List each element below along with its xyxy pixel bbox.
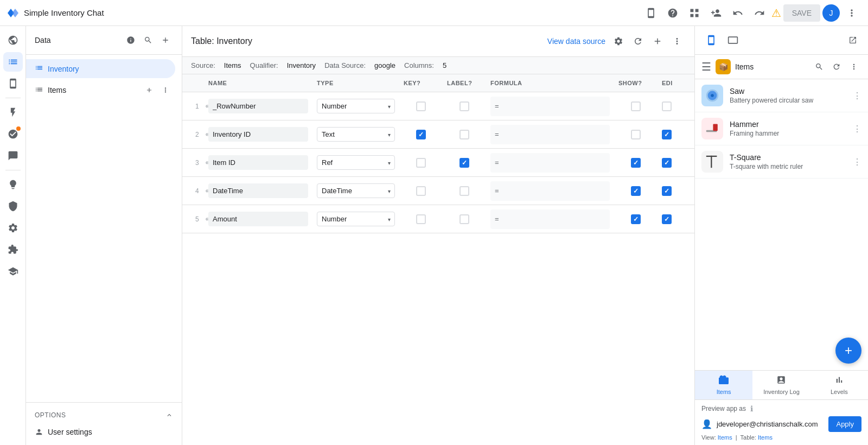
table-more-btn[interactable] bbox=[668, 33, 686, 50]
label-checkbox-2[interactable] bbox=[459, 130, 469, 139]
key-checkbox-4[interactable] bbox=[416, 186, 426, 196]
col-label-2[interactable] bbox=[443, 130, 486, 139]
col-name-4[interactable] bbox=[204, 183, 312, 198]
preview-item-hammer[interactable]: Hammer Framing hammer ⋮ bbox=[695, 112, 868, 145]
preview-add-fab[interactable]: + bbox=[835, 338, 861, 364]
col-key-3[interactable] bbox=[399, 158, 443, 168]
user-settings-item[interactable]: User settings bbox=[26, 423, 182, 441]
preview-menu-icon[interactable]: ☰ bbox=[701, 60, 711, 73]
add-person-btn[interactable] bbox=[706, 3, 726, 23]
col-type-select-5[interactable]: Number bbox=[317, 212, 395, 226]
table-add-col-btn[interactable] bbox=[649, 33, 666, 50]
nav-extensions-btn[interactable] bbox=[3, 240, 23, 259]
hammer-more-btn[interactable]: ⋮ bbox=[853, 124, 861, 134]
undo-btn[interactable] bbox=[728, 3, 748, 23]
preview-tab-levels[interactable]: Levels bbox=[810, 371, 868, 399]
col-label-3[interactable] bbox=[443, 158, 486, 168]
col-type-select-4[interactable]: DateTime bbox=[317, 183, 395, 198]
col-label-1[interactable] bbox=[443, 101, 486, 111]
edit-checkbox-3[interactable] bbox=[662, 158, 672, 168]
preview-search-btn[interactable] bbox=[812, 59, 827, 74]
show-checkbox-1[interactable] bbox=[631, 101, 641, 111]
nav-connections-btn[interactable] bbox=[3, 30, 23, 50]
col-key-4[interactable] bbox=[399, 186, 443, 196]
show-checkbox-3[interactable] bbox=[631, 158, 641, 168]
label-checkbox-1[interactable] bbox=[459, 101, 469, 111]
col-key-5[interactable] bbox=[399, 214, 443, 224]
col-name-input-3[interactable] bbox=[208, 155, 308, 170]
col-name-input-2[interactable] bbox=[208, 127, 308, 142]
tsquare-more-btn[interactable]: ⋮ bbox=[853, 157, 861, 167]
preview-tab-inventory-log[interactable]: Inventory Log bbox=[752, 371, 810, 399]
more-options-btn[interactable] bbox=[842, 3, 861, 23]
view-value-link[interactable]: Items bbox=[718, 434, 732, 441]
col-edit-4[interactable] bbox=[658, 186, 690, 196]
options-header[interactable]: oPTIONS bbox=[26, 407, 182, 423]
col-show-3[interactable] bbox=[614, 158, 658, 168]
col-label-4[interactable] bbox=[443, 186, 486, 196]
col-type-select-2[interactable]: Text bbox=[317, 127, 395, 142]
nav-security-btn[interactable] bbox=[3, 196, 23, 216]
sidebar-item-inventory[interactable]: Inventory bbox=[26, 59, 175, 78]
key-checkbox-5[interactable] bbox=[416, 214, 426, 224]
sidebar-item-items[interactable]: Items bbox=[26, 78, 182, 102]
preview-refresh-btn[interactable] bbox=[829, 59, 844, 74]
key-checkbox-1[interactable] bbox=[416, 101, 426, 111]
label-checkbox-3[interactable] bbox=[459, 158, 469, 168]
saw-more-btn[interactable]: ⋮ bbox=[853, 91, 861, 101]
sidebar-items-more-btn[interactable] bbox=[158, 82, 173, 98]
col-edit-5[interactable] bbox=[658, 214, 690, 224]
help-btn[interactable] bbox=[663, 3, 682, 23]
preview-item-saw[interactable]: Saw Battery powered circular saw ⋮ bbox=[695, 79, 868, 112]
col-show-1[interactable] bbox=[614, 101, 658, 111]
nav-ideas-btn[interactable] bbox=[3, 175, 23, 194]
col-name-input-1[interactable] bbox=[208, 99, 308, 113]
col-type-2[interactable]: Text bbox=[312, 127, 399, 142]
col-name-5[interactable] bbox=[204, 212, 312, 226]
sidebar-info-btn[interactable] bbox=[123, 33, 138, 48]
col-show-4[interactable] bbox=[614, 186, 658, 196]
show-checkbox-2[interactable] bbox=[631, 130, 641, 139]
edit-checkbox-1[interactable] bbox=[662, 101, 672, 111]
col-edit-3[interactable] bbox=[658, 158, 690, 168]
view-data-source-btn[interactable]: View data source bbox=[547, 37, 605, 46]
nav-chat-btn[interactable] bbox=[3, 146, 23, 166]
col-show-2[interactable] bbox=[614, 130, 658, 139]
show-checkbox-5[interactable] bbox=[631, 214, 641, 224]
save-button[interactable]: SAVE bbox=[783, 4, 820, 22]
preview-tab-items[interactable]: Items bbox=[695, 371, 752, 399]
table-refresh-btn[interactable] bbox=[629, 33, 647, 50]
nav-automation-btn[interactable] bbox=[3, 103, 23, 122]
nav-data-btn[interactable] bbox=[3, 52, 23, 72]
label-checkbox-4[interactable] bbox=[459, 186, 469, 196]
col-type-3[interactable]: Ref bbox=[312, 155, 399, 170]
col-type-select-3[interactable]: Ref bbox=[317, 155, 395, 170]
col-name-input-4[interactable] bbox=[208, 183, 308, 198]
edit-checkbox-2[interactable] bbox=[662, 130, 672, 139]
preview-item-tsquare[interactable]: T-Square T-square with metric ruler ⋮ bbox=[695, 145, 868, 179]
grid-btn[interactable] bbox=[685, 3, 704, 23]
sidebar-search-btn[interactable] bbox=[141, 33, 156, 48]
col-edit-1[interactable] bbox=[658, 101, 690, 111]
col-type-select-1[interactable]: Number bbox=[317, 99, 395, 113]
nav-views-btn[interactable] bbox=[3, 74, 23, 93]
nav-learn-btn[interactable] bbox=[3, 262, 23, 281]
col-name-2[interactable] bbox=[204, 127, 312, 142]
preview-more-btn[interactable] bbox=[846, 59, 861, 74]
key-checkbox-3[interactable] bbox=[416, 158, 426, 168]
label-checkbox-5[interactable] bbox=[459, 214, 469, 224]
col-type-1[interactable]: Number bbox=[312, 99, 399, 113]
sidebar-items-add-btn[interactable] bbox=[142, 82, 157, 98]
col-name-input-5[interactable] bbox=[208, 212, 308, 226]
col-name-3[interactable] bbox=[204, 155, 312, 170]
sidebar-add-btn[interactable] bbox=[158, 33, 173, 48]
rp-open-external-btn[interactable] bbox=[844, 31, 861, 49]
col-type-4[interactable]: DateTime bbox=[312, 183, 399, 198]
table-value-link[interactable]: Items bbox=[758, 434, 773, 441]
tablet-view-btn[interactable] bbox=[723, 30, 743, 50]
preview-apply-btn[interactable]: Apply bbox=[828, 416, 861, 432]
col-edit-2[interactable] bbox=[658, 130, 690, 139]
mobile-view-btn[interactable] bbox=[701, 30, 721, 50]
col-name-1[interactable] bbox=[204, 99, 312, 113]
nav-settings-btn[interactable] bbox=[3, 218, 23, 238]
